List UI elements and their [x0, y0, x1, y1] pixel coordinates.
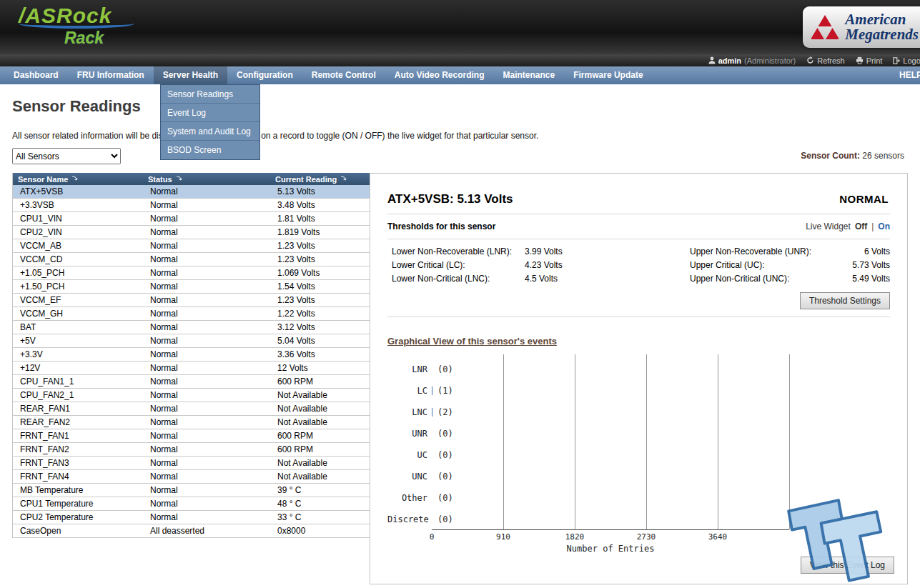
menu-item-system-and-audit-log[interactable]: System and Audit Log [161, 122, 259, 141]
cell-sensor-name: CaseOpen [13, 524, 143, 537]
chart-count: (0) [437, 493, 453, 503]
cell-current-reading: 3.12 Volts [270, 321, 370, 334]
live-widget-off[interactable]: Off [855, 221, 867, 231]
table-row-frnt-fan4[interactable]: FRNT_FAN4NormalNot Available [13, 470, 370, 484]
table-row-1-50-pch[interactable]: +1.50_PCHNormal1.54 Volts [13, 280, 370, 294]
sort-icon[interactable] [340, 175, 347, 184]
cell-current-reading: Not Available [270, 389, 370, 402]
nav-item-configuration[interactable]: Configuration [227, 66, 302, 84]
threshold-settings-button[interactable]: Threshold Settings [800, 292, 890, 309]
user-info[interactable]: admin (Administrator) [708, 56, 796, 65]
nav-item-auto-video-recording[interactable]: Auto Video Recording [385, 66, 494, 84]
table-row-cpu2-temperature[interactable]: CPU2 TemperatureNormal33 ° C [13, 511, 370, 524]
cell-status: Normal [143, 266, 270, 279]
menu-item-event-log[interactable]: Event Log [161, 104, 259, 122]
refresh-button[interactable]: Refresh [806, 56, 845, 65]
threshold-label: Lower Critical (LC): [387, 260, 525, 270]
table-row-rear-fan1[interactable]: REAR_FAN1NormalNot Available [13, 402, 370, 416]
page-title: Sensor Readings [12, 97, 141, 116]
threshold-value: 3.99 Volts [525, 246, 603, 256]
nav-item-maintenance[interactable]: Maintenance [494, 66, 565, 84]
sensor-filter-select[interactable]: All Sensors [12, 148, 121, 164]
table-row-cpu-fan2-1[interactable]: CPU_FAN2_1NormalNot Available [13, 389, 370, 402]
table-row-cpu-fan1-1[interactable]: CPU_FAN1_1Normal600 RPM [13, 375, 370, 389]
ami-text-line1: American [845, 12, 919, 27]
live-widget-on[interactable]: On [878, 221, 890, 231]
table-row-1-05-pch[interactable]: +1.05_PCHNormal1.069 Volts [13, 266, 370, 280]
chart-count: (0) [437, 429, 453, 439]
chart-category-label: LNR [387, 364, 427, 374]
threshold-row: Upper Non-Recoverable (UNR):6 Volts [690, 246, 890, 256]
cell-status: Normal [143, 321, 270, 334]
sort-icon[interactable] [71, 175, 79, 184]
chart-row-plot: (0) [432, 364, 789, 374]
threshold-row: Upper Critical (UC):5.73 Volts [690, 260, 890, 270]
table-row-bat[interactable]: BATNormal3.12 Volts [13, 321, 370, 334]
chart-count: (0) [437, 450, 453, 460]
table-row-3-3vsb[interactable]: +3.3VSBNormal3.48 Volts [13, 199, 370, 212]
user-name: admin [718, 56, 741, 65]
cell-status: Normal [143, 253, 270, 266]
live-widget-label: Live Widget [806, 221, 851, 231]
table-row-frnt-fan3[interactable]: FRNT_FAN3NormalNot Available [13, 457, 370, 470]
threshold-row: Lower Non-Critical (LNC):4.5 Volts [387, 274, 603, 284]
chart-row-plot: (0) [432, 472, 789, 482]
menu-item-bsod-screen[interactable]: BSOD Screen [161, 141, 259, 159]
table-row-frnt-fan1[interactable]: FRNT_FAN1Normal600 RPM [13, 429, 370, 443]
cell-status: Normal [143, 307, 270, 320]
cell-sensor-name: CPU1_VIN [13, 212, 143, 225]
help-link[interactable]: HELP [895, 66, 920, 84]
table-row-mb-temperature[interactable]: MB TemperatureNormal39 ° C [13, 484, 370, 497]
column-header-current-reading[interactable]: Current Reading [270, 173, 370, 185]
asrock-rack-logo: /ASRock Rack [19, 4, 134, 47]
sort-icon[interactable] [176, 175, 183, 184]
table-row-frnt-fan2[interactable]: FRNT_FAN2Normal600 RPM [13, 443, 370, 457]
chart-category-label: Other [387, 493, 427, 503]
table-row-cpu2-vin[interactable]: CPU2_VINNormal1.819 Volts [13, 226, 370, 239]
table-row-cpu1-vin[interactable]: CPU1_VINNormal1.81 Volts [13, 212, 370, 226]
cell-status: Normal [143, 212, 270, 225]
table-row-rear-fan2[interactable]: REAR_FAN2NormalNot Available [13, 416, 370, 429]
table-row-3-3v[interactable]: +3.3VNormal3.36 Volts [13, 348, 370, 362]
print-button[interactable]: Print [856, 56, 883, 65]
table-row-vccm-gh[interactable]: VCCM_GHNormal1.22 Volts [13, 307, 370, 321]
chart-x-tick: 1820 [565, 532, 585, 542]
table-row-5v[interactable]: +5VNormal5.04 Volts [13, 334, 370, 348]
cell-current-reading: 5.04 Volts [270, 334, 370, 347]
nav-item-dashboard[interactable]: Dashboard [4, 66, 68, 84]
chart-count: (0) [437, 364, 453, 374]
table-row-vccm-ab[interactable]: VCCM_ABNormal1.23 Volts [13, 239, 370, 253]
graph-heading-link[interactable]: Graphical View of this sensor's events [387, 336, 557, 347]
chart-x-ticks: 0910182027303640 [432, 532, 789, 542]
american-megatrends-icon [811, 15, 839, 39]
nav-item-server-health[interactable]: Server Health [154, 66, 227, 84]
menu-item-sensor-readings[interactable]: Sensor Readings [161, 85, 259, 104]
cell-current-reading: Not Available [270, 457, 370, 469]
cell-current-reading: 1.81 Volts [270, 212, 370, 225]
cell-current-reading: 33 ° C [270, 511, 370, 524]
nav-item-fru-information[interactable]: FRU Information [68, 66, 154, 84]
table-row-vccm-ef[interactable]: VCCM_EFNormal1.23 Volts [13, 294, 370, 307]
table-row-atx-5vsb[interactable]: ATX+5VSBNormal5.13 Volts [13, 185, 370, 199]
logout-button[interactable]: Logout [893, 56, 920, 65]
chart-row-plot: (1) [432, 386, 789, 396]
chart-category-label: LNC [387, 407, 427, 417]
nav-item-remote-control[interactable]: Remote Control [302, 66, 385, 84]
nav-item-firmware-update[interactable]: Firmware Update [564, 66, 652, 84]
column-header-status[interactable]: Status [143, 173, 270, 185]
cell-status: Normal [143, 416, 270, 429]
chart-category-label: LC [387, 386, 427, 396]
chart-row-plot: (0) [432, 450, 789, 460]
table-row-caseopen[interactable]: CaseOpenAll deasserted0x8000 [13, 524, 370, 538]
cell-status: Normal [143, 484, 270, 497]
table-row-cpu1-temperature[interactable]: CPU1 TemperatureNormal48 ° C [13, 497, 370, 511]
table-row-vccm-cd[interactable]: VCCM_CDNormal1.23 Volts [13, 253, 370, 266]
user-role: (Administrator) [744, 56, 796, 65]
chart-x-tick: 2730 [637, 532, 656, 542]
column-header-sensor-name[interactable]: Sensor Name [13, 173, 143, 185]
cell-current-reading: 1.22 Volts [270, 307, 370, 320]
chart-x-tick: 0 [430, 532, 435, 542]
table-row-12v[interactable]: +12VNormal12 Volts [13, 362, 370, 375]
sensor-count: Sensor Count: 26 sensors [801, 151, 904, 161]
threshold-row: Lower Non-Recoverable (LNR):3.99 Volts [387, 246, 603, 256]
